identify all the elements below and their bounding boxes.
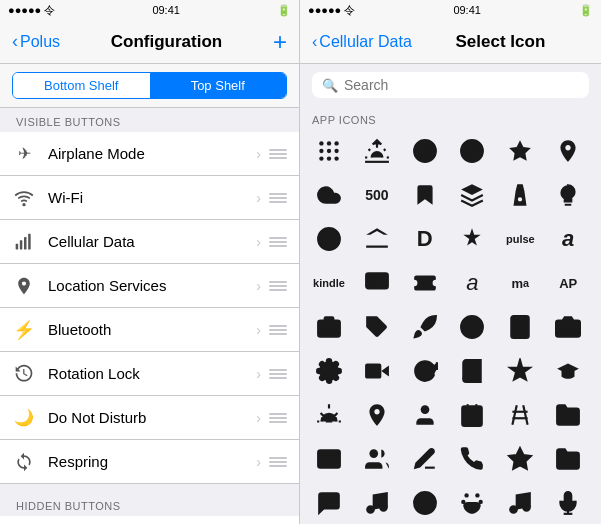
icon-book[interactable]: [451, 350, 493, 392]
icon-graduation[interactable]: [547, 350, 589, 392]
add-button[interactable]: +: [273, 28, 287, 56]
icon-flashlight[interactable]: [499, 174, 541, 216]
status-right-right: 🔋: [579, 4, 593, 17]
icon-music[interactable]: [356, 482, 398, 524]
icon-phone[interactable]: [451, 438, 493, 480]
svg-point-57: [369, 449, 378, 458]
item-label: Do Not Disturb: [48, 409, 256, 426]
icon-mq[interactable]: ma: [499, 262, 541, 304]
icon-circle-arrow[interactable]: [308, 218, 350, 260]
svg-rect-1: [16, 243, 18, 249]
icon-star[interactable]: [499, 130, 541, 172]
svg-point-8: [319, 149, 323, 153]
icon-reel[interactable]: [451, 130, 493, 172]
reorder-handle[interactable]: [269, 281, 287, 291]
icon-music-note[interactable]: [499, 482, 541, 524]
icon-sunrise[interactable]: [356, 130, 398, 172]
list-item[interactable]: ✈ Airplane Mode ›: [0, 132, 299, 176]
segment-bar: Bottom Shelf Top Shelf: [0, 64, 299, 108]
svg-point-12: [327, 156, 331, 160]
icon-ticket[interactable]: [404, 262, 446, 304]
icons-grid: 500 D pulse a kindle a ma AP: [308, 130, 593, 524]
reorder-handle[interactable]: [269, 413, 287, 423]
svg-marker-26: [462, 184, 484, 195]
icon-rocket[interactable]: [404, 306, 446, 348]
icon-settings-gear[interactable]: [308, 350, 350, 392]
respring-icon: [12, 450, 36, 474]
reorder-handle[interactable]: [269, 325, 287, 335]
icon-star2[interactable]: [499, 438, 541, 480]
icon-amazon[interactable]: a: [547, 218, 589, 260]
back-label-left: Polus: [20, 33, 60, 51]
icon-news[interactable]: [356, 262, 398, 304]
icon-pencil[interactable]: [404, 438, 446, 480]
back-button-right[interactable]: ‹ Cellular Data: [312, 33, 412, 51]
icon-bulb[interactable]: [547, 174, 589, 216]
list-item[interactable]: Wi-Fi ›: [0, 176, 299, 220]
icon-guitar[interactable]: [499, 394, 541, 436]
search-input[interactable]: [344, 77, 579, 93]
icon-video[interactable]: [356, 350, 398, 392]
icon-pulse[interactable]: pulse: [499, 218, 541, 260]
icon-camera-retro[interactable]: [308, 306, 350, 348]
icon-dots[interactable]: [308, 130, 350, 172]
list-item[interactable]: Rotation Lock ›: [0, 352, 299, 396]
icon-pin[interactable]: [547, 130, 589, 172]
icon-clock[interactable]: [404, 482, 446, 524]
reorder-handle[interactable]: [269, 149, 287, 159]
icon-map-pin2[interactable]: [356, 394, 398, 436]
list-item[interactable]: Respring ›: [0, 440, 299, 484]
icon-lamp[interactable]: [308, 394, 350, 436]
svg-point-10: [334, 149, 338, 153]
icon-refresh-time[interactable]: [404, 350, 446, 392]
segment-top-shelf[interactable]: Top Shelf: [150, 73, 287, 98]
icon-layers[interactable]: [451, 174, 493, 216]
reorder-handle[interactable]: [269, 237, 287, 247]
icon-appstore[interactable]: [451, 306, 493, 348]
reorder-handle[interactable]: [269, 193, 287, 203]
icon-sparkle[interactable]: [499, 350, 541, 392]
status-bar-right: ●●●●● 令 09:41 🔋: [300, 0, 601, 20]
svg-rect-3: [24, 237, 27, 250]
item-label: Wi-Fi: [48, 189, 256, 206]
list-item[interactable]: Cellular Data ›: [0, 220, 299, 264]
icon-calculator[interactable]: [499, 306, 541, 348]
reorder-handle[interactable]: [269, 457, 287, 467]
svg-rect-28: [366, 273, 388, 288]
back-button-left[interactable]: ‹ Polus: [12, 31, 60, 52]
icon-d-letter[interactable]: D: [404, 218, 446, 260]
segment-bottom-shelf[interactable]: Bottom Shelf: [13, 73, 150, 98]
icon-microphone[interactable]: [547, 482, 589, 524]
rotation-lock-icon: [12, 362, 36, 386]
list-item[interactable]: Location Services ›: [0, 264, 299, 308]
icon-bubble[interactable]: [308, 482, 350, 524]
svg-point-5: [319, 141, 323, 145]
svg-rect-2: [20, 240, 22, 249]
icon-camera[interactable]: [547, 306, 589, 348]
icon-cloud[interactable]: [308, 174, 350, 216]
reorder-handle[interactable]: [269, 369, 287, 379]
icon-paw[interactable]: [451, 482, 493, 524]
svg-point-9: [327, 149, 331, 153]
icon-ap[interactable]: AP: [547, 262, 589, 304]
list-item[interactable]: 🌙 Do Not Disturb ›: [0, 396, 299, 440]
icon-folder2[interactable]: [547, 438, 589, 480]
icon-hat[interactable]: [356, 218, 398, 260]
icon-pushpin[interactable]: [451, 218, 493, 260]
list-item[interactable]: VPN VPN ›: [0, 516, 299, 524]
icon-kindle[interactable]: kindle: [308, 262, 350, 304]
icon-spiral[interactable]: [404, 130, 446, 172]
icon-tag[interactable]: [356, 306, 398, 348]
icon-bookmark[interactable]: [404, 174, 446, 216]
bluetooth-icon: ⚡: [12, 318, 36, 342]
search-input-wrap[interactable]: 🔍: [312, 72, 589, 98]
icon-mail[interactable]: [308, 438, 350, 480]
list-item[interactable]: ⚡ Bluetooth ›: [0, 308, 299, 352]
icon-a-cursive[interactable]: a: [451, 262, 493, 304]
icon-person[interactable]: [404, 394, 446, 436]
icon-folder-photo[interactable]: [547, 394, 589, 436]
icon-500px[interactable]: 500: [356, 174, 398, 216]
icon-calendar[interactable]: [451, 394, 493, 436]
icon-people[interactable]: [356, 438, 398, 480]
svg-point-58: [367, 506, 374, 513]
